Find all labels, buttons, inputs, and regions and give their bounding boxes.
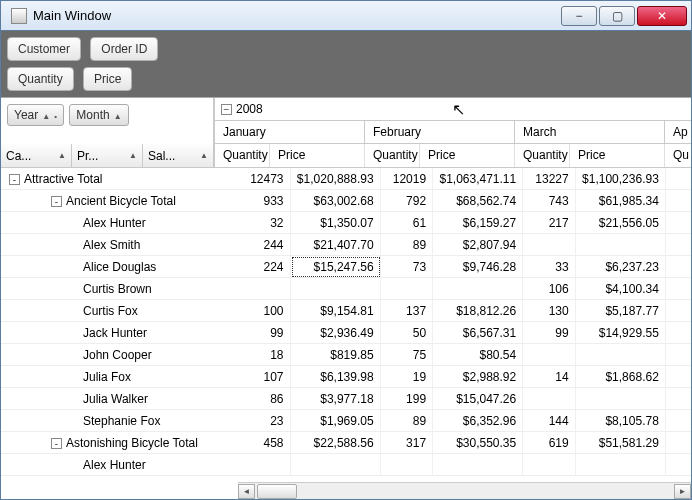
cell[interactable]: $9,154.81	[291, 300, 381, 322]
cell[interactable]: $21,407.70	[291, 234, 381, 256]
cell[interactable]: $21,556.05	[576, 212, 666, 234]
cell[interactable]: 13227	[523, 168, 576, 190]
cell[interactable]	[666, 366, 691, 388]
cell[interactable]: $15,247.56	[291, 256, 381, 278]
cell[interactable]	[666, 454, 691, 476]
cell[interactable]: 99	[238, 322, 291, 344]
cell[interactable]: $22,588.56	[291, 432, 381, 454]
cell[interactable]: $6,159.27	[433, 212, 523, 234]
row-header[interactable]: -Attractive Total	[1, 168, 238, 190]
cell[interactable]: 12473	[238, 168, 291, 190]
month-header-april[interactable]: Ap	[665, 121, 691, 143]
row-header[interactable]: Julia Walker	[1, 388, 238, 410]
row-header[interactable]: Curtis Fox	[1, 300, 238, 322]
cell[interactable]: $1,350.07	[291, 212, 381, 234]
maximize-button[interactable]: ▢	[599, 6, 635, 26]
month-header-february[interactable]: February	[365, 121, 515, 143]
row-header[interactable]: Julia Fox	[1, 366, 238, 388]
cell[interactable]	[666, 410, 691, 432]
cell[interactable]: 224	[238, 256, 291, 278]
cell[interactable]: $9,746.28	[433, 256, 523, 278]
cell[interactable]	[291, 454, 381, 476]
cell[interactable]: 199	[381, 388, 434, 410]
cell[interactable]: 792	[381, 190, 434, 212]
row-header[interactable]: Alex Hunter	[1, 454, 238, 476]
row-header[interactable]: Alex Hunter	[1, 212, 238, 234]
cell[interactable]	[381, 278, 434, 300]
cell[interactable]	[666, 190, 691, 212]
filter-icon[interactable]: •	[54, 112, 57, 121]
cell[interactable]	[666, 278, 691, 300]
collapse-icon[interactable]: -	[51, 438, 62, 449]
cell[interactable]	[666, 168, 691, 190]
row-header[interactable]: Alice Douglas	[1, 256, 238, 278]
cell[interactable]: $6,567.31	[433, 322, 523, 344]
cell[interactable]: $8,105.78	[576, 410, 666, 432]
cell[interactable]: 217	[523, 212, 576, 234]
minimize-button[interactable]: −	[561, 6, 597, 26]
cell[interactable]	[433, 278, 523, 300]
cell[interactable]	[666, 256, 691, 278]
cell[interactable]: 317	[381, 432, 434, 454]
row-axis-product[interactable]: Pr...▲	[72, 144, 143, 167]
cell[interactable]: 61	[381, 212, 434, 234]
cell[interactable]: $14,929.55	[576, 322, 666, 344]
cell[interactable]	[576, 454, 666, 476]
cell[interactable]	[576, 344, 666, 366]
cell[interactable]: 33	[523, 256, 576, 278]
cell[interactable]: $1,969.05	[291, 410, 381, 432]
cell[interactable]: $2,988.92	[433, 366, 523, 388]
cell[interactable]: $61,985.34	[576, 190, 666, 212]
cell[interactable]	[523, 344, 576, 366]
cell[interactable]: 18	[238, 344, 291, 366]
cell[interactable]: 99	[523, 322, 576, 344]
chip-quantity[interactable]: Quantity	[7, 67, 74, 91]
cell[interactable]: $819.85	[291, 344, 381, 366]
cell[interactable]: 743	[523, 190, 576, 212]
month-header-january[interactable]: January	[215, 121, 365, 143]
row-header[interactable]: Stephanie Fox	[1, 410, 238, 432]
cell[interactable]	[666, 322, 691, 344]
scroll-right-button[interactable]: ►	[674, 484, 691, 499]
cell[interactable]: 14	[523, 366, 576, 388]
cell[interactable]	[666, 388, 691, 410]
chip-order-id[interactable]: Order ID	[90, 37, 158, 61]
cell[interactable]	[523, 454, 576, 476]
column-axis-month[interactable]: Month▲	[69, 104, 128, 126]
cell[interactable]: $51,581.29	[576, 432, 666, 454]
cell[interactable]: $1,063,471.11	[433, 168, 523, 190]
collapse-icon[interactable]: −	[221, 104, 232, 115]
cell[interactable]	[433, 454, 523, 476]
chip-price[interactable]: Price	[83, 67, 132, 91]
cell[interactable]	[666, 234, 691, 256]
column-axis-year[interactable]: Year▲•	[7, 104, 64, 126]
cell[interactable]: 458	[238, 432, 291, 454]
row-header[interactable]: John Cooper	[1, 344, 238, 366]
measure-price[interactable]: Price	[420, 144, 515, 167]
cell[interactable]: 73	[381, 256, 434, 278]
cell[interactable]: 89	[381, 234, 434, 256]
cell[interactable]: 137	[381, 300, 434, 322]
cell[interactable]: $80.54	[433, 344, 523, 366]
cell[interactable]	[523, 388, 576, 410]
row-header[interactable]: Curtis Brown	[1, 278, 238, 300]
cell[interactable]: 86	[238, 388, 291, 410]
scroll-thumb[interactable]	[257, 484, 297, 499]
measure-quantity[interactable]: Quantity	[365, 144, 420, 167]
cell[interactable]: $1,020,888.93	[291, 168, 381, 190]
cell[interactable]: $4,100.34	[576, 278, 666, 300]
cell[interactable]	[576, 234, 666, 256]
cell[interactable]	[381, 454, 434, 476]
scroll-left-button[interactable]: ◄	[238, 484, 255, 499]
cell[interactable]: 130	[523, 300, 576, 322]
row-header[interactable]: Alex Smith	[1, 234, 238, 256]
cell[interactable]	[666, 212, 691, 234]
close-button[interactable]: ✕	[637, 6, 687, 26]
cell[interactable]: 244	[238, 234, 291, 256]
cell[interactable]: 89	[381, 410, 434, 432]
measure-quantity[interactable]: Qu	[665, 144, 691, 167]
cell[interactable]: $6,139.98	[291, 366, 381, 388]
cell[interactable]: $30,550.35	[433, 432, 523, 454]
titlebar[interactable]: Main Window − ▢ ✕	[1, 1, 691, 31]
cell[interactable]: 144	[523, 410, 576, 432]
